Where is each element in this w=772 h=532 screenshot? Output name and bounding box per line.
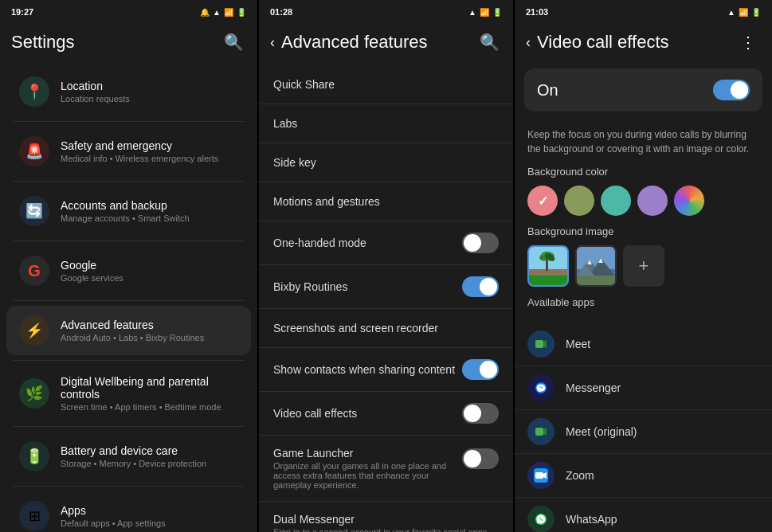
- on-toggle[interactable]: [713, 80, 750, 100]
- video-call-top-bar: ‹ Video call effects ⋮: [515, 22, 772, 62]
- settings-item-advanced[interactable]: ⚡ Advanced features Android Auto • Labs …: [6, 306, 251, 355]
- color-circle-purple[interactable]: [637, 186, 668, 216]
- menu-item-motions[interactable]: Motions and gestures: [259, 182, 513, 221]
- settings-item-wellbeing[interactable]: 🌿 Digital Wellbeing and parental control…: [6, 366, 251, 421]
- app-item-meet-original[interactable]: Meet (original): [515, 410, 772, 454]
- divider-3: [13, 241, 245, 241]
- messenger-app-icon: [527, 374, 555, 401]
- p3-signal-icon: 📶: [739, 8, 748, 17]
- settings-panel: 19:27 🔔 ▲ 📶 🔋 Settings 🔍 📍 Location Loca…: [0, 0, 257, 532]
- settings-list: 📍 Location Location requests 🚨 Safety an…: [0, 62, 257, 532]
- menu-item-bixby[interactable]: Bixby Routines: [259, 265, 513, 308]
- google-text: Google Google services: [61, 259, 238, 283]
- show-contacts-knob: [480, 361, 497, 378]
- settings-item-safety[interactable]: 🚨 Safety and emergency Medical info • Wi…: [6, 127, 251, 176]
- one-handed-knob: [464, 234, 481, 252]
- one-handed-toggle[interactable]: [462, 233, 499, 253]
- meet-original-app-icon: [527, 418, 555, 445]
- video-call-toggle[interactable]: [462, 403, 499, 424]
- color-circle-gradient[interactable]: [674, 186, 704, 216]
- video-call-back-button[interactable]: ‹: [526, 34, 531, 51]
- add-icon: +: [639, 256, 649, 276]
- menu-item-show-contacts[interactable]: Show contacts when sharing content: [259, 348, 513, 391]
- settings-item-google[interactable]: G Google Google services: [6, 246, 251, 295]
- bixby-toggle[interactable]: [462, 276, 499, 297]
- color-circle-teal[interactable]: [601, 186, 631, 216]
- game-launcher-text: Game Launcher Organize all your games al…: [273, 447, 456, 490]
- app-list: Meet Messenger Meet (origi: [515, 323, 772, 532]
- show-contacts-toggle[interactable]: [462, 359, 499, 380]
- wellbeing-text: Digital Wellbeing and parental controls …: [61, 375, 238, 412]
- advanced-menu-list: Quick Share Labs Side key Motions and ge…: [259, 62, 513, 532]
- battery-subtitle: Storage • Memory • Device protection: [61, 459, 238, 468]
- svg-rect-20: [535, 428, 543, 436]
- bg-image-add-button[interactable]: +: [623, 245, 664, 287]
- status-icons-3: ▲ 📶 🔋: [727, 8, 761, 17]
- advanced-title: Advanced features: [281, 32, 476, 53]
- show-contacts-text: Show contacts when sharing content: [273, 363, 462, 376]
- color-circle-pink[interactable]: [527, 186, 558, 216]
- status-icons-2: ▲ 📶 🔋: [468, 8, 502, 17]
- p3-battery-icon: 🔋: [751, 8, 761, 17]
- menu-item-labs[interactable]: Labs: [259, 104, 513, 143]
- video-call-more-button[interactable]: ⋮: [735, 29, 761, 55]
- game-launcher-knob: [464, 450, 481, 467]
- p2-search-icon: 🔍: [480, 33, 500, 52]
- divider-7: [13, 486, 245, 487]
- battery-icon: 🔋: [237, 8, 246, 17]
- accounts-icon: 🔄: [19, 196, 49, 226]
- meet-app-icon: [527, 331, 555, 358]
- status-bar-3: 21:03 ▲ 📶 🔋: [515, 0, 772, 22]
- menu-item-video-call[interactable]: Video call effects: [259, 392, 513, 435]
- video-call-description: Keep the focus on you during video calls…: [527, 127, 759, 156]
- app-item-meet[interactable]: Meet: [515, 323, 772, 366]
- apps-title: Apps: [61, 504, 238, 517]
- app-item-messenger[interactable]: Messenger: [515, 366, 772, 410]
- location-icon: 📍: [19, 76, 49, 107]
- safety-title: Safety and emergency: [61, 139, 238, 152]
- menu-item-side-key[interactable]: Side key: [259, 143, 513, 182]
- location-text: Location Location requests: [61, 80, 238, 104]
- settings-item-apps[interactable]: ⊞ Apps Default apps • App settings: [6, 491, 251, 532]
- dual-messenger-title: Dual Messenger: [273, 513, 499, 526]
- palm-thumbnail-svg: [529, 247, 567, 285]
- mountain-thumbnail-svg: [577, 247, 615, 285]
- status-time-1: 19:27: [11, 7, 33, 17]
- color-circle-olive[interactable]: [564, 186, 594, 216]
- settings-item-location[interactable]: 📍 Location Location requests: [6, 67, 251, 116]
- advanced-search-button[interactable]: 🔍: [476, 29, 502, 55]
- menu-item-one-handed[interactable]: One-handed mode: [259, 221, 513, 264]
- app-item-zoom[interactable]: Zoom: [515, 454, 772, 498]
- status-bar-2: 01:28 ▲ 📶 🔋: [259, 0, 513, 22]
- settings-item-accounts[interactable]: 🔄 Accounts and backup Manage accounts • …: [6, 186, 251, 236]
- available-apps-label: Available apps: [527, 296, 759, 308]
- on-toggle-row[interactable]: On: [524, 68, 762, 111]
- menu-item-quick-share[interactable]: Quick Share: [259, 65, 513, 104]
- menu-item-dual-messenger[interactable]: Dual Messenger Sign in to a second accou…: [259, 502, 513, 532]
- divider-5: [13, 360, 245, 361]
- on-label: On: [537, 81, 558, 100]
- settings-search-button[interactable]: 🔍: [221, 29, 246, 55]
- status-time-3: 21:03: [526, 7, 548, 17]
- messenger-app-name: Messenger: [566, 381, 621, 394]
- meet-original-app-name: Meet (original): [566, 425, 637, 438]
- google-title: Google: [61, 259, 238, 272]
- battery-text: Battery and device care Storage • Memory…: [61, 444, 238, 468]
- menu-item-screenshots[interactable]: Screenshots and screen recorder: [259, 309, 513, 347]
- accounts-title: Accounts and backup: [61, 199, 238, 212]
- meet-app-name: Meet: [566, 338, 590, 350]
- advanced-features-panel: 01:28 ▲ 📶 🔋 ‹ Advanced features 🔍 Quick …: [257, 0, 515, 532]
- menu-item-game-launcher[interactable]: Game Launcher Organize all your games al…: [259, 436, 513, 501]
- advanced-back-button[interactable]: ‹: [270, 34, 275, 51]
- color-circles-row: [527, 186, 759, 216]
- game-launcher-toggle[interactable]: [462, 448, 499, 469]
- bg-image-thumb-mountain[interactable]: [575, 245, 617, 287]
- app-item-whatsapp[interactable]: WhatsApp: [515, 498, 772, 532]
- settings-item-battery[interactable]: 🔋 Battery and device care Storage • Memo…: [6, 432, 251, 481]
- advanced-text: Advanced features Android Auto • Labs • …: [61, 319, 238, 342]
- bg-color-label: Background color: [527, 166, 759, 178]
- status-icons-1: 🔔 ▲ 📶 🔋: [200, 8, 246, 17]
- bg-image-thumb-palm[interactable]: [527, 245, 569, 287]
- video-call-desc-section: Keep the focus on you during video calls…: [515, 118, 772, 323]
- wellbeing-title: Digital Wellbeing and parental controls: [61, 375, 238, 401]
